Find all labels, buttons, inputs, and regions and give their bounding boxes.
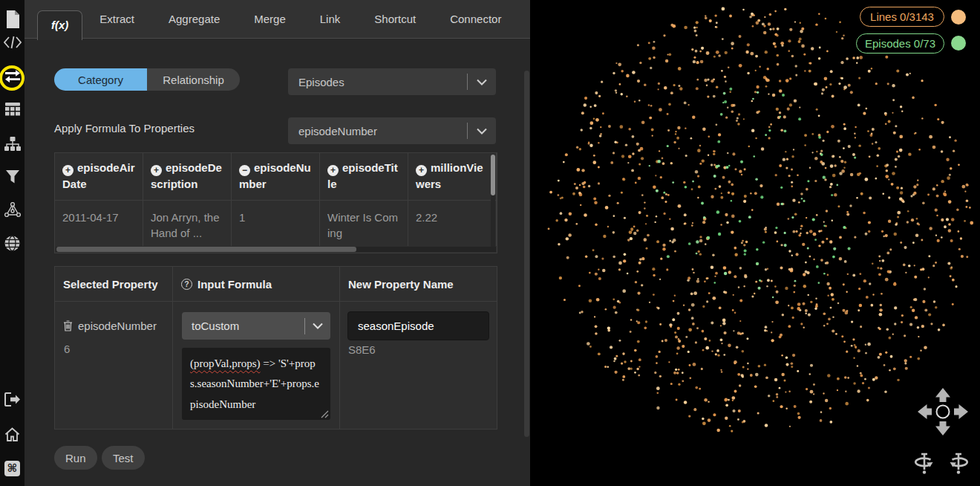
column-header[interactable]: −episodeNumber <box>232 153 320 200</box>
pan-left-button[interactable] <box>918 404 932 419</box>
app-root: ⌘ f(x) Extract Aggregate Merge Link Shor… <box>0 0 980 486</box>
navigation-controls <box>907 385 974 479</box>
type-toggle: Category Relationship <box>54 68 240 91</box>
selected-property-header: Selected Property <box>55 267 173 301</box>
input-formula-header-label: Input Formula <box>197 278 272 291</box>
panel-scrollbar[interactable] <box>524 71 529 437</box>
filter-icon[interactable] <box>0 170 24 184</box>
rotate-left-button[interactable] <box>915 453 932 474</box>
table-cell: 2.22 <box>408 201 497 246</box>
select-divider <box>304 318 305 334</box>
tab-link[interactable]: Link <box>303 0 358 38</box>
document-icon[interactable] <box>0 10 24 28</box>
globe-icon[interactable] <box>0 236 24 251</box>
lines-badge-label: Lines 0/3143 <box>870 10 934 23</box>
graph-icon[interactable] <box>0 202 24 218</box>
plus-circle-icon[interactable]: + <box>327 165 339 176</box>
test-button[interactable]: Test <box>102 446 145 470</box>
code-icon[interactable] <box>0 36 24 49</box>
selected-property-name: episodeNumber <box>78 320 157 332</box>
column-header[interactable]: +episodeTitle <box>320 153 408 200</box>
column-header[interactable]: +millionViewers <box>408 153 497 200</box>
preview-table-header: +episodeAirDate+episodeDescription−episo… <box>55 153 497 201</box>
select-divider <box>467 74 468 90</box>
trash-icon[interactable] <box>63 320 73 331</box>
tab-merge[interactable]: Merge <box>237 0 303 38</box>
category-select[interactable]: Episodes <box>288 68 496 95</box>
formula-panel: f(x) Extract Aggregate Merge Link Shortc… <box>24 0 530 486</box>
category-toggle-button[interactable]: Category <box>54 68 147 91</box>
resize-handle[interactable] <box>321 410 329 418</box>
new-property-name-input[interactable] <box>347 311 489 340</box>
formula-type-select-value: toCustom <box>192 320 304 332</box>
pan-up-button[interactable] <box>935 388 950 402</box>
formula-table: Selected Property ? Input Formula New Pr… <box>54 266 497 430</box>
tab-aggregate[interactable]: Aggregate <box>151 0 237 38</box>
relationship-toggle-button[interactable]: Relationship <box>147 68 240 91</box>
hierarchy-icon[interactable] <box>0 137 24 152</box>
table-cell: 1 <box>232 201 320 246</box>
property-select[interactable]: episodeNumber <box>288 117 496 144</box>
transfer-arrows-icon[interactable] <box>0 70 24 86</box>
chevron-down-icon <box>477 128 487 135</box>
preview-table-row: 2011-04-17Jon Arryn, the Hand of ...1Win… <box>55 201 497 246</box>
graph-view: Lines 0/3143 Episodes 0/73 <box>530 0 980 486</box>
episodes-badge-label: Episodes 0/73 <box>865 37 935 50</box>
new-property-preview: S8E6 <box>348 343 376 356</box>
formula-highlighted-token: (propVal,props) <box>190 357 261 369</box>
property-select-value: episodeNumber <box>298 125 467 137</box>
selected-property-sample-value: 6 <box>64 343 70 355</box>
select-divider <box>467 123 468 139</box>
command-glyph: ⌘ <box>4 461 20 476</box>
help-icon[interactable]: ? <box>181 279 192 290</box>
lines-color-dot[interactable] <box>951 10 966 25</box>
column-header[interactable]: +episodeDescription <box>143 153 232 200</box>
sidebar: ⌘ <box>0 0 24 486</box>
pan-right-button[interactable] <box>954 404 968 419</box>
tab-connector[interactable]: Connector <box>433 0 518 38</box>
table-cell: Winter Is Coming <box>320 201 408 246</box>
minus-circle-icon[interactable]: − <box>239 165 250 176</box>
formula-textarea[interactable]: (propVal,props) => 'S'+props.seasonNumbe… <box>182 348 330 420</box>
home-icon[interactable] <box>0 427 24 442</box>
input-formula-header: ? Input Formula <box>173 267 340 301</box>
property-preview-table: +episodeAirDate+episodeDescription−episo… <box>54 152 497 253</box>
pan-down-button[interactable] <box>935 421 950 435</box>
sign-out-icon[interactable] <box>0 392 24 406</box>
preview-table-vertical-scrollbar[interactable] <box>491 155 495 250</box>
episodes-color-dot[interactable] <box>951 36 966 51</box>
rotate-right-button[interactable] <box>950 453 967 474</box>
pan-center-button[interactable] <box>937 406 950 418</box>
table-cell: 2011-04-17 <box>55 201 143 246</box>
new-property-name-header: New Property Name <box>340 267 497 301</box>
chevron-down-icon <box>477 79 487 85</box>
tab-extract[interactable]: Extract <box>82 0 151 38</box>
tab-bar: f(x) Extract Aggregate Merge Link Shortc… <box>24 0 530 39</box>
plus-circle-icon[interactable]: + <box>62 165 74 176</box>
table-icon[interactable] <box>0 103 24 117</box>
tab-shortcut[interactable]: Shortcut <box>357 0 433 38</box>
column-divider <box>172 302 173 429</box>
formula-type-select[interactable]: toCustom <box>182 312 330 340</box>
column-header[interactable]: +episodeAirDate <box>55 153 143 200</box>
formula-table-body: episodeNumber 6 toCustom (propVal,props)… <box>55 302 497 429</box>
apply-formula-label: Apply Formula To Properties <box>54 122 195 135</box>
preview-table-horizontal-scrollbar[interactable] <box>56 247 496 252</box>
table-cell: Jon Arryn, the Hand of ... <box>143 201 232 246</box>
category-select-value: Episodes <box>298 76 467 88</box>
selected-property-item: episodeNumber <box>63 320 157 332</box>
tab-fx[interactable]: f(x) <box>37 10 82 40</box>
plus-circle-icon[interactable]: + <box>151 165 162 176</box>
column-divider <box>339 302 340 429</box>
lines-badge[interactable]: Lines 0/3143 <box>860 7 944 27</box>
run-button[interactable]: Run <box>54 446 97 470</box>
command-icon[interactable]: ⌘ <box>0 461 24 476</box>
episodes-badge[interactable]: Episodes 0/73 <box>856 33 944 54</box>
chevron-down-icon <box>313 323 323 329</box>
plus-circle-icon[interactable]: + <box>416 165 427 176</box>
formula-table-header: Selected Property ? Input Formula New Pr… <box>55 267 497 302</box>
